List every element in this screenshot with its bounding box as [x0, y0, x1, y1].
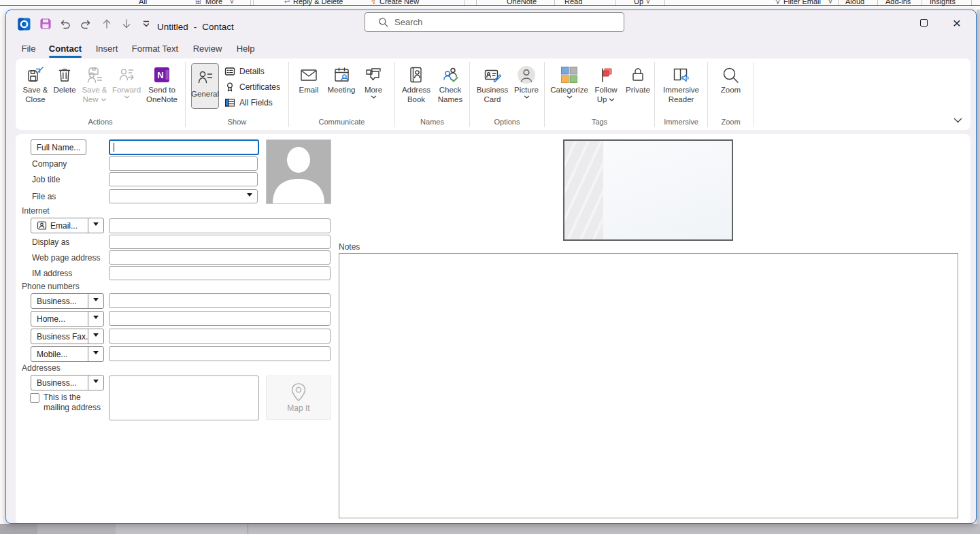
contact-badge-icon	[37, 220, 47, 231]
dropdown-arrow-icon	[93, 316, 99, 322]
redo-button[interactable]	[78, 16, 95, 32]
meeting-button[interactable]: Meeting	[324, 62, 358, 95]
phone-business-dropdown[interactable]	[88, 294, 103, 308]
web-page-input[interactable]	[109, 250, 331, 265]
phone-mobile-type-button[interactable]: Mobile...	[31, 346, 104, 362]
tab-insert[interactable]: Insert	[92, 40, 122, 56]
tab-help[interactable]: Help	[231, 40, 260, 56]
picture-icon	[517, 64, 536, 86]
bg-toolbar-add-ins[interactable]: Add-ins	[885, 0, 911, 5]
previous-item-button[interactable]	[99, 16, 115, 32]
bg-toolbar-reply-delete[interactable]: Reply & Delete	[293, 0, 343, 5]
dropdown-arrow-icon	[247, 193, 252, 199]
certificates-button[interactable]: Certificates	[224, 79, 280, 95]
categorize-button[interactable]: Categorize	[549, 62, 590, 99]
phone-business-input[interactable]	[109, 293, 331, 308]
search-placeholder: Search	[394, 17, 422, 27]
phone-business-fax-type-button[interactable]: Business Fax...	[31, 329, 104, 344]
email-button[interactable]: Email	[293, 62, 324, 95]
mailing-address-checkbox[interactable]	[30, 393, 39, 403]
phone-business-fax-dropdown[interactable]	[88, 329, 103, 344]
forward-button[interactable]: Forward	[111, 62, 142, 99]
all-fields-button[interactable]: All Fields	[224, 95, 280, 110]
file-as-select[interactable]	[109, 189, 258, 203]
maximize-button[interactable]	[912, 13, 935, 32]
phone-home-type-button[interactable]: Home...	[31, 311, 104, 327]
business-card-button[interactable]: Business Card	[474, 62, 511, 104]
tab-format-text[interactable]: Format Text	[128, 40, 182, 56]
customize-quick-access-toolbar-button[interactable]	[138, 16, 154, 32]
bg-toolbar-filter-email[interactable]: Filter Email	[783, 0, 821, 5]
close-button[interactable]: ×	[945, 13, 968, 32]
quick-save-button[interactable]	[37, 16, 54, 32]
bg-toolbar-create-new[interactable]: Create New	[379, 0, 419, 5]
background-right-gutter	[977, 10, 980, 524]
address-book-button[interactable]: Address Book	[399, 62, 433, 104]
email-input[interactable]	[109, 218, 331, 233]
bg-toolbar-read[interactable]: Read	[564, 0, 582, 5]
save-close-button[interactable]: Save & Close	[20, 62, 51, 104]
mailing-checkbox-label-line1: This is the	[44, 393, 81, 403]
more-communicate-button[interactable]: More	[358, 62, 388, 99]
bg-toolbar-up[interactable]: Up	[634, 0, 643, 5]
save-close-icon	[27, 64, 45, 86]
address-type-button[interactable]: Business...	[31, 375, 104, 390]
undo-button[interactable]	[56, 16, 73, 32]
phone-home-dropdown[interactable]	[88, 312, 103, 326]
follow-up-button[interactable]: Follow Up	[590, 62, 622, 104]
outlook-app-icon	[16, 16, 32, 32]
details-button[interactable]: Details	[224, 63, 280, 79]
full-name-button[interactable]: Full Name...	[31, 139, 86, 155]
email-type-dropdown[interactable]	[88, 218, 103, 233]
person-silhouette-icon	[267, 140, 331, 203]
bg-toolbar-all[interactable]: All	[139, 0, 147, 5]
chevron-down-icon	[953, 118, 962, 123]
ribbon-group-immersive: Immersive Reader Immersive	[655, 62, 708, 127]
display-as-input[interactable]	[109, 235, 331, 249]
company-input[interactable]	[109, 156, 258, 171]
address-type-dropdown[interactable]	[88, 376, 103, 390]
business-card-accent-strip	[564, 141, 603, 239]
bg-toolbar-aloud[interactable]: Aloud	[845, 0, 864, 5]
search-input[interactable]: Search	[365, 12, 624, 32]
tab-file[interactable]: File	[17, 40, 40, 56]
general-button[interactable]: General	[191, 63, 219, 109]
notes-textarea[interactable]	[339, 253, 958, 518]
tab-review[interactable]: Review	[189, 40, 226, 56]
phone-home-input[interactable]	[109, 311, 331, 326]
more-box-icon: ⊞	[195, 0, 201, 5]
map-it-button[interactable]: Map It	[266, 376, 331, 420]
search-icon	[378, 17, 388, 27]
save-new-button[interactable]: Save & New	[78, 62, 111, 104]
next-item-button[interactable]	[118, 16, 135, 32]
send-to-onenote-button[interactable]: N Send to OneNote	[142, 62, 182, 104]
phone-mobile-input[interactable]	[109, 346, 331, 361]
chevron-down-icon	[524, 95, 530, 99]
email-type-button[interactable]: Email...	[31, 218, 104, 233]
phone-business-type-button[interactable]: Business...	[31, 293, 104, 309]
delete-button[interactable]: Delete	[51, 62, 78, 95]
general-icon	[197, 69, 214, 86]
contact-photo-placeholder[interactable]	[266, 139, 331, 204]
display-as-label: Display as	[32, 237, 69, 247]
picture-button[interactable]: Picture	[511, 62, 542, 99]
tab-contact[interactable]: Contact	[46, 40, 85, 56]
address-book-icon	[407, 64, 425, 86]
collapse-ribbon-button[interactable]	[953, 118, 962, 123]
bg-toolbar-onenote[interactable]: OneNote	[507, 0, 537, 5]
job-title-input[interactable]	[109, 172, 258, 186]
chat-bubbles-icon	[365, 64, 383, 86]
private-button[interactable]: Private	[622, 62, 654, 95]
im-address-input[interactable]	[109, 266, 331, 280]
phone-business-fax-input[interactable]	[109, 329, 331, 344]
phone-mobile-dropdown[interactable]	[88, 347, 103, 361]
full-name-input[interactable]	[109, 139, 259, 155]
bg-toolbar-insights[interactable]: Insights	[930, 0, 956, 5]
zoom-button[interactable]: Zoom	[715, 62, 747, 95]
address-textarea[interactable]	[109, 376, 259, 420]
save-new-icon	[86, 64, 104, 86]
contact-window: Untitled-Contact Search × File Contact I…	[5, 10, 977, 524]
immersive-reader-button[interactable]: Immersive Reader	[658, 62, 705, 104]
check-names-button[interactable]: Check Names	[433, 62, 467, 104]
bg-toolbar-more[interactable]: More	[205, 0, 222, 5]
